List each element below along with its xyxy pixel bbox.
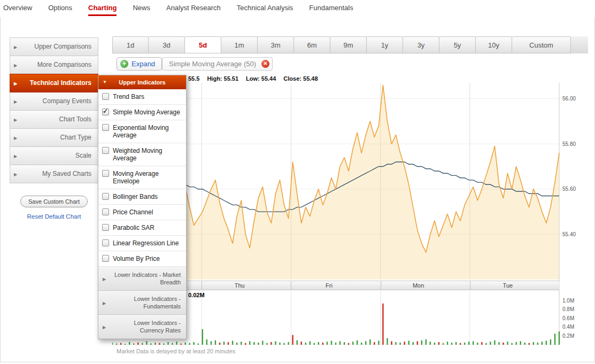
tab-custom[interactable]: Custom	[512, 36, 571, 53]
volume-bar	[374, 342, 375, 345]
volume-bar	[322, 343, 323, 345]
volume-bar	[142, 343, 143, 345]
nav-item-technical-analysis[interactable]: Technical Analysis	[237, 4, 293, 16]
tab-3d[interactable]: 3d	[149, 36, 185, 53]
volume-bar	[399, 343, 400, 345]
save-custom-chart-button[interactable]: Save Custom Chart	[20, 196, 88, 207]
unchecked-checkbox-icon[interactable]	[102, 208, 109, 215]
remove-indicator-icon[interactable]: ✕	[261, 60, 269, 68]
sidebar-item-label: More Comparisons	[37, 61, 91, 68]
volume-bar	[262, 341, 263, 345]
unchecked-checkbox-icon[interactable]	[102, 239, 109, 246]
indicator-row-parabolic-sar[interactable]: Parabolic SAR	[98, 220, 186, 236]
indicator-row-simple-moving-average[interactable]: ✓Simple Moving Average	[98, 105, 186, 120]
volume-bar	[279, 343, 280, 345]
volume-bar	[167, 342, 168, 345]
volume-bar	[159, 343, 160, 345]
unchecked-checkbox-icon[interactable]	[102, 255, 109, 262]
section-lower-indicators-fundamentals[interactable]: ▶Lower Indicators - Fundamentals	[98, 291, 186, 315]
sidebar-item-scale[interactable]: ▶Scale	[10, 146, 98, 165]
volume-bar	[490, 342, 491, 345]
tab-5y[interactable]: 5y	[439, 36, 476, 53]
sidebar-item-label: Technical Indicators	[30, 79, 91, 87]
sidebar-item-technical-indicators[interactable]: ▶Technical Indicators	[10, 74, 98, 92]
volume-bar	[529, 343, 530, 345]
chevron-right-icon: ▶	[14, 38, 17, 56]
indicator-row-moving-average-envelope[interactable]: Moving Average Envelope	[98, 166, 186, 189]
tab-1d[interactable]: 1d	[112, 36, 149, 53]
indicator-row-trend-bars[interactable]: Trend Bars	[98, 89, 186, 105]
indicator-row-linear-regression-line[interactable]: Linear Regression Line	[98, 236, 186, 251]
unchecked-checkbox-icon[interactable]	[102, 224, 109, 231]
sidebar-item-chart-tools[interactable]: ▶Chart Tools	[10, 110, 98, 129]
section-lower-indicators-currency-rates[interactable]: ▶Lower Indicators - Currency Rates	[98, 315, 186, 339]
indicator-label: Weighted Moving Average	[113, 147, 182, 162]
volume-bar	[310, 341, 311, 345]
indicator-row-weighted-moving-average[interactable]: Weighted Moving Average	[98, 143, 186, 166]
nav-item-options[interactable]: Options	[48, 4, 72, 16]
tab-1y[interactable]: 1y	[367, 36, 403, 53]
chevron-right-icon: ▶	[14, 75, 17, 92]
price-tick-label: 56.00	[562, 96, 576, 102]
indicator-label: Exponential Moving Average	[113, 124, 182, 139]
volume-tick-label: 0.4M	[562, 324, 574, 330]
nav-item-analyst-research[interactable]: Analyst Research	[166, 4, 221, 16]
unchecked-checkbox-icon[interactable]	[102, 193, 109, 200]
volume-bar	[253, 342, 254, 345]
unchecked-checkbox-icon[interactable]	[102, 170, 109, 177]
nav-item-news[interactable]: News	[133, 4, 150, 16]
volume-bar	[297, 340, 298, 345]
indicator-chip: Simple Moving Average (50) ✕	[162, 57, 273, 71]
axis-tick	[470, 281, 470, 290]
volume-bar	[150, 344, 151, 345]
indicator-label: Volume By Price	[113, 255, 160, 262]
upper-indicators-title: Upper Indicators	[119, 79, 165, 86]
unchecked-checkbox-icon[interactable]	[102, 93, 109, 100]
volume-bar	[485, 343, 486, 345]
tab-3y[interactable]: 3y	[403, 36, 439, 53]
volume-bar	[421, 340, 422, 345]
volume-bar	[455, 342, 457, 345]
nav-item-fundamentals[interactable]: Fundamentals	[309, 4, 353, 16]
volume-bar	[154, 343, 156, 345]
indicator-row-price-channel[interactable]: Price Channel	[98, 205, 186, 220]
volume-bar	[133, 344, 134, 345]
indicator-label: Bollinger Bands	[113, 193, 158, 200]
nav-item-charting[interactable]: Charting	[88, 4, 117, 16]
reset-default-chart-link[interactable]: Reset Default Chart	[10, 213, 98, 220]
tab-10y[interactable]: 10y	[476, 36, 512, 53]
tab-5d[interactable]: 5d	[185, 36, 221, 53]
sidebar-item-my-saved-charts[interactable]: ▶My Saved Charts	[10, 165, 98, 183]
upper-indicators-header[interactable]: ▼ Upper Indicators	[98, 75, 186, 89]
indicator-row-bollinger-bands[interactable]: Bollinger Bands	[98, 189, 186, 205]
sidebar-item-more-comparisons[interactable]: ▶More Comparisons	[10, 56, 98, 74]
expand-button[interactable]: + Expand	[117, 57, 162, 71]
ohlc-segment: Close: 55.48	[283, 75, 318, 82]
unchecked-checkbox-icon[interactable]	[102, 147, 109, 154]
nav-item-overview[interactable]: Overview	[3, 4, 32, 16]
axis-tick	[202, 281, 202, 290]
sidebar-item-upper-comparisons[interactable]: ▶Upper Comparisons	[10, 37, 98, 56]
ohlc-segment: High: 55.51	[207, 75, 238, 82]
volume-bar	[537, 343, 538, 345]
section-lower-indicators-market-breadth[interactable]: ▶Lower Indicators - Market Breadth	[98, 267, 186, 291]
volume-bar	[533, 342, 534, 345]
price-tick-label: 55.40	[562, 231, 576, 237]
sidebar-item-label: Chart Tools	[59, 115, 91, 123]
tab-9m[interactable]: 9m	[330, 36, 367, 53]
indicator-row-exponential-moving-average[interactable]: Exponential Moving Average	[98, 120, 186, 143]
volume-bar	[120, 343, 121, 345]
tab-6m[interactable]: 6m	[294, 36, 330, 53]
tab-1m[interactable]: 1m	[221, 36, 258, 53]
top-navigation: OverviewOptionsChartingNewsAnalyst Resea…	[0, 0, 595, 16]
volume-bar	[378, 341, 379, 345]
indicator-row-volume-by-price[interactable]: Volume By Price	[98, 251, 186, 267]
checked-checkbox-icon[interactable]: ✓	[102, 109, 109, 115]
volume-bar	[443, 343, 444, 345]
expand-label: Expand	[132, 60, 155, 68]
volume-bar	[361, 343, 362, 345]
tab-3m[interactable]: 3m	[258, 36, 294, 53]
sidebar-item-company-events[interactable]: ▶Company Events	[10, 92, 98, 111]
unchecked-checkbox-icon[interactable]	[102, 124, 109, 131]
sidebar-item-chart-type[interactable]: ▶Chart Type	[10, 128, 98, 147]
